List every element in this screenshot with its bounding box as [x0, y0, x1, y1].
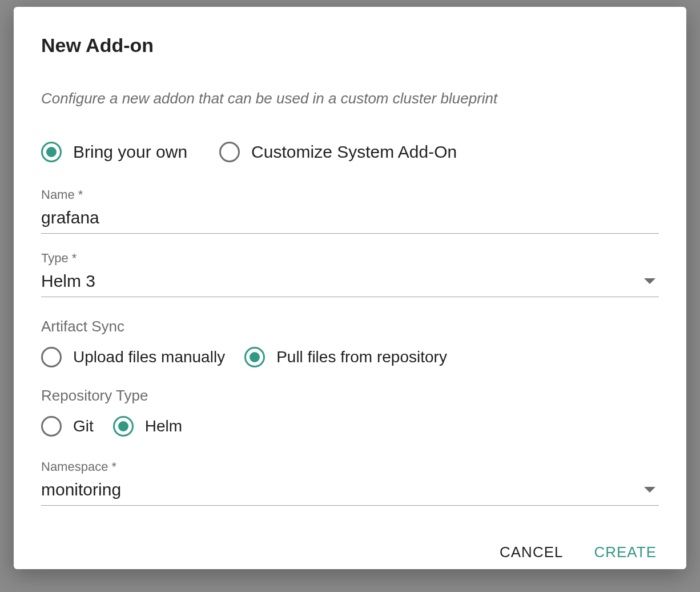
- radio-bring-your-own[interactable]: Bring your own: [41, 142, 187, 162]
- new-addon-modal: New Add-on Configure a new addon that ca…: [14, 7, 686, 569]
- namespace-value: monitoring: [41, 480, 644, 499]
- chevron-down-icon: [644, 278, 655, 284]
- namespace-select[interactable]: monitoring: [41, 478, 659, 506]
- artifact-sync-group: Upload files manually Pull files from re…: [41, 347, 659, 367]
- radio-unselected-icon: [41, 416, 62, 437]
- radio-label: Helm: [145, 417, 182, 435]
- radio-label: Customize System Add-On: [251, 142, 457, 162]
- repo-type-label: Repository Type: [41, 387, 659, 405]
- type-label: Type *: [41, 251, 659, 266]
- modal-title: New Add-on: [41, 34, 659, 57]
- namespace-field-group: Namespace * monitoring: [41, 459, 659, 506]
- radio-pull-from-repo[interactable]: Pull files from repository: [244, 347, 447, 367]
- cancel-button[interactable]: CANCEL: [497, 540, 565, 565]
- radio-unselected-icon: [41, 347, 62, 367]
- radio-label: Upload files manually: [73, 348, 225, 366]
- source-type-group: Bring your own Customize System Add-On: [41, 142, 659, 162]
- radio-label: Git: [73, 417, 94, 435]
- create-button[interactable]: CREATE: [592, 540, 659, 565]
- name-input-row: [41, 206, 659, 234]
- namespace-label: Namespace *: [41, 459, 659, 474]
- repo-type-group: Git Helm: [41, 416, 659, 437]
- radio-label: Pull files from repository: [276, 348, 447, 366]
- radio-selected-icon: [41, 142, 62, 162]
- type-value: Helm 3: [41, 271, 644, 291]
- name-label: Name *: [41, 187, 659, 202]
- radio-unselected-icon: [219, 142, 240, 162]
- artifact-sync-label: Artifact Sync: [41, 318, 659, 335]
- radio-upload-manually[interactable]: Upload files manually: [41, 347, 225, 367]
- type-field-group: Type * Helm 3: [41, 251, 659, 297]
- name-field-group: Name *: [41, 187, 659, 234]
- type-select[interactable]: Helm 3: [41, 269, 659, 297]
- modal-actions: CANCEL CREATE: [41, 523, 659, 565]
- name-input[interactable]: [41, 208, 659, 227]
- radio-repo-helm[interactable]: Helm: [113, 416, 182, 437]
- modal-subtitle: Configure a new addon that can be used i…: [41, 90, 659, 107]
- radio-customize-system-addon[interactable]: Customize System Add-On: [219, 142, 457, 162]
- radio-selected-icon: [244, 347, 265, 367]
- radio-repo-git[interactable]: Git: [41, 416, 94, 437]
- chevron-down-icon: [644, 487, 655, 493]
- radio-selected-icon: [113, 416, 134, 437]
- radio-label: Bring your own: [73, 142, 187, 162]
